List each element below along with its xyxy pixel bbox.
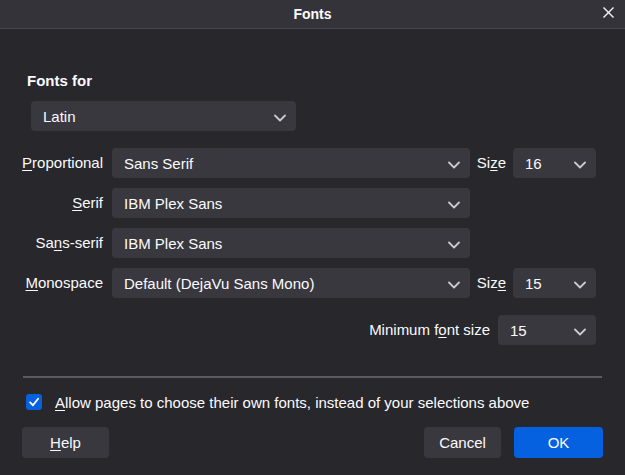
- chevron-down-icon: [574, 275, 586, 292]
- allow-pages-fonts-checkbox[interactable]: [26, 394, 42, 410]
- dialog-titlebar: Fonts: [0, 0, 625, 29]
- chevron-down-icon: [448, 195, 460, 212]
- sans-serif-select-value: IBM Plex Sans: [124, 235, 440, 252]
- monospace-label: Monospace: [0, 268, 103, 298]
- close-icon: [602, 6, 615, 22]
- chevron-down-icon: [574, 322, 586, 339]
- cancel-button[interactable]: Cancel: [424, 427, 501, 458]
- dialog-title: Fonts: [0, 0, 625, 28]
- ok-button[interactable]: OK: [514, 427, 603, 458]
- chevron-down-icon: [448, 235, 460, 252]
- script-select-value: Latin: [43, 108, 266, 125]
- fonts-dialog: Fonts Fonts for Latin Proportional Sans …: [0, 0, 625, 475]
- help-button[interactable]: Help: [22, 427, 109, 458]
- monospace-select[interactable]: Default (DejaVu Sans Mono): [112, 268, 470, 298]
- proportional-select[interactable]: Sans Serif: [112, 148, 470, 178]
- proportional-select-value: Sans Serif: [124, 155, 440, 172]
- minimum-font-size-value: 15: [510, 322, 566, 339]
- chevron-down-icon: [574, 155, 586, 172]
- sans-serif-label: Sans-serif: [0, 228, 103, 258]
- serif-select-value: IBM Plex Sans: [124, 195, 440, 212]
- proportional-size-value: 16: [525, 155, 566, 172]
- size-label-proportional: Size: [452, 148, 506, 178]
- monospace-size-value: 15: [525, 275, 566, 292]
- monospace-size-select[interactable]: 15: [513, 268, 596, 298]
- chevron-down-icon: [274, 108, 286, 125]
- monospace-select-value: Default (DejaVu Sans Mono): [124, 275, 440, 292]
- minimum-font-size-select[interactable]: 15: [498, 315, 596, 345]
- allow-pages-fonts-label[interactable]: Allow pages to choose their own fonts, i…: [55, 394, 529, 411]
- minimum-font-size-label: Minimum font size: [310, 315, 490, 345]
- section-divider: [23, 376, 602, 378]
- checkmark-icon: [28, 394, 40, 411]
- sans-serif-select[interactable]: IBM Plex Sans: [112, 228, 470, 258]
- proportional-label: Proportional: [0, 148, 103, 178]
- proportional-size-select[interactable]: 16: [513, 148, 596, 178]
- serif-select[interactable]: IBM Plex Sans: [112, 188, 470, 218]
- size-label-monospace: Size: [452, 268, 506, 298]
- fonts-for-heading: Fonts for: [27, 72, 92, 89]
- script-select[interactable]: Latin: [31, 101, 296, 131]
- close-button[interactable]: [598, 4, 618, 24]
- serif-label: Serif: [0, 188, 103, 218]
